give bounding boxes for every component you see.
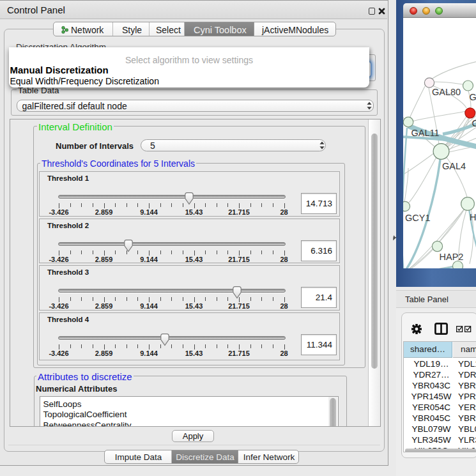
svg-text:GA: GA — [470, 92, 476, 102]
svg-text:GAL4: GAL4 — [442, 161, 466, 171]
svg-text:GCY1: GCY1 — [405, 213, 431, 223]
svg-text:C: C — [472, 118, 476, 128]
svg-text:GAL80: GAL80 — [432, 87, 461, 97]
svg-text:H: H — [470, 212, 476, 222]
svg-text:HAP2: HAP2 — [440, 252, 464, 262]
svg-text:GAL11: GAL11 — [411, 128, 440, 138]
